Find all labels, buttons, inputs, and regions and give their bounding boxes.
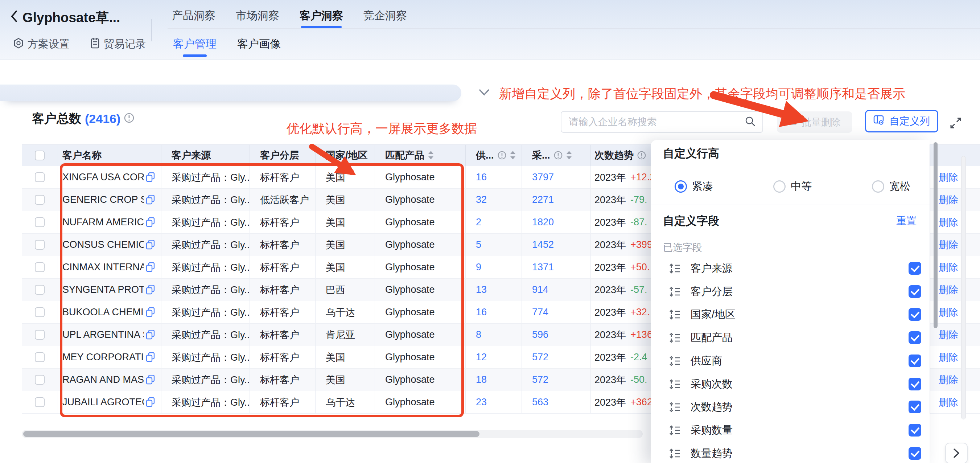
horizontal-scrollbar-thumb[interactable] (23, 431, 479, 437)
cell-link[interactable]: 9 (476, 262, 481, 273)
field-checkbox-checked[interactable] (908, 401, 921, 413)
cell-link[interactable]: 774 (532, 307, 548, 318)
copy-icon[interactable] (146, 217, 155, 228)
breadcrumb[interactable]: Glyphosate草... (10, 9, 120, 27)
sub-tab-customer-management[interactable]: 客户管理 (173, 37, 216, 51)
cell-link[interactable]: 572 (532, 351, 548, 363)
col-header-4[interactable]: 国家/地区 (315, 145, 375, 166)
drag-handle-icon[interactable] (669, 355, 681, 367)
field-checkbox-checked[interactable] (908, 262, 921, 275)
row-height-option-1[interactable]: 中等 (773, 179, 812, 194)
field-checkbox-checked[interactable] (908, 308, 921, 321)
copy-icon[interactable] (146, 195, 155, 205)
col-header-2[interactable]: 客户来源 (161, 145, 250, 166)
col-header-5[interactable]: 匹配产品 (375, 145, 466, 166)
drag-handle-icon[interactable] (669, 332, 681, 343)
cell-link[interactable]: 12 (476, 351, 487, 363)
col-header-0[interactable] (22, 145, 58, 166)
scheme-settings-link[interactable]: 方案设置 (13, 37, 70, 51)
drag-handle-icon[interactable] (669, 448, 681, 459)
search-input[interactable] (568, 116, 744, 128)
cell-link[interactable]: 914 (532, 284, 548, 295)
row-checkbox[interactable] (35, 240, 45, 250)
info-icon[interactable] (637, 151, 646, 160)
search-icon[interactable] (744, 115, 756, 128)
drag-handle-icon[interactable] (669, 263, 681, 274)
row-checkbox[interactable] (35, 195, 45, 204)
copy-icon[interactable] (146, 240, 155, 250)
cell-link[interactable]: 18 (476, 374, 487, 385)
row-checkbox[interactable] (35, 375, 45, 385)
copy-icon[interactable] (146, 330, 155, 340)
next-page-button[interactable] (945, 443, 968, 463)
fullscreen-expand-icon[interactable] (949, 116, 963, 130)
radio-selected[interactable] (675, 180, 687, 193)
custom-columns-button[interactable]: 自定义列 (865, 110, 938, 133)
cell-link[interactable]: 1452 (532, 239, 554, 251)
drag-handle-icon[interactable] (669, 309, 681, 320)
cell-link[interactable]: 23 (476, 397, 487, 408)
trade-records-link[interactable]: 贸易记录 (90, 37, 146, 51)
field-checkbox-checked[interactable] (908, 447, 921, 460)
col-header-6[interactable]: 供... (466, 145, 522, 166)
field-checkbox-checked[interactable] (908, 331, 921, 344)
col-header-7[interactable]: 采... (522, 145, 591, 166)
cell-link[interactable]: 2 (476, 217, 481, 228)
row-checkbox[interactable] (35, 398, 45, 407)
info-icon[interactable] (124, 112, 134, 126)
row-delete-link[interactable]: 删除 (929, 369, 980, 391)
row-checkbox[interactable] (35, 262, 45, 272)
row-checkbox[interactable] (35, 172, 45, 182)
copy-icon[interactable] (146, 352, 155, 362)
field-checkbox-checked[interactable] (908, 378, 921, 390)
reset-button[interactable]: 重置 (896, 214, 916, 228)
info-icon[interactable] (554, 151, 563, 160)
top-tab-1[interactable]: 市场洞察 (236, 3, 279, 28)
radio-unselected[interactable] (872, 180, 884, 193)
row-checkbox[interactable] (35, 285, 45, 295)
sort-icon[interactable] (510, 150, 516, 160)
row-delete-link[interactable]: 删除 (929, 391, 980, 414)
vertical-scrollbar-track[interactable] (961, 156, 966, 420)
cell-link[interactable]: 572 (532, 374, 548, 385)
chevron-down-icon[interactable] (478, 89, 490, 98)
info-icon[interactable] (498, 151, 506, 160)
row-delete-link[interactable]: 删除 (929, 346, 980, 369)
row-height-option-0[interactable]: 紧凑 (675, 179, 713, 194)
cell-link[interactable]: 1371 (532, 262, 554, 273)
col-header-1[interactable]: 客户名称 (58, 145, 161, 166)
copy-icon[interactable] (146, 398, 155, 407)
copy-icon[interactable] (146, 307, 155, 318)
sort-icon[interactable] (566, 150, 572, 160)
cell-link[interactable]: 563 (532, 397, 548, 408)
copy-icon[interactable] (146, 375, 155, 385)
cell-link[interactable]: 3797 (532, 172, 554, 183)
copy-icon[interactable] (146, 172, 155, 182)
row-height-option-2[interactable]: 宽松 (872, 179, 910, 194)
row-checkbox[interactable] (35, 307, 45, 317)
cell-link[interactable]: 16 (476, 307, 487, 318)
drag-handle-icon[interactable] (669, 425, 681, 436)
copy-icon[interactable] (146, 285, 155, 295)
cell-link[interactable]: 8 (476, 329, 481, 340)
field-checkbox-checked[interactable] (908, 285, 921, 298)
cell-link[interactable]: 596 (532, 329, 548, 340)
cell-link[interactable]: 2271 (532, 194, 554, 205)
row-checkbox[interactable] (35, 330, 45, 340)
row-checkbox[interactable] (35, 217, 45, 227)
top-tab-2[interactable]: 客户洞察 (299, 3, 343, 28)
cell-link[interactable]: 13 (476, 284, 487, 295)
drag-handle-icon[interactable] (669, 286, 681, 297)
drag-handle-icon[interactable] (669, 378, 681, 390)
sort-icon[interactable] (428, 150, 434, 160)
top-tab-0[interactable]: 产品洞察 (172, 3, 215, 28)
sub-tab-customer-profile[interactable]: 客户画像 (237, 37, 281, 51)
row-checkbox[interactable] (35, 352, 45, 362)
field-checkbox-checked[interactable] (908, 354, 921, 367)
select-all-checkbox[interactable] (35, 150, 45, 160)
radio-unselected[interactable] (773, 180, 786, 193)
col-header-3[interactable]: 客户分层 (250, 145, 315, 166)
copy-icon[interactable] (146, 262, 155, 273)
vertical-scrollbar-thumb[interactable] (934, 142, 937, 328)
batch-delete-button[interactable]: 批量删除 (777, 112, 852, 133)
